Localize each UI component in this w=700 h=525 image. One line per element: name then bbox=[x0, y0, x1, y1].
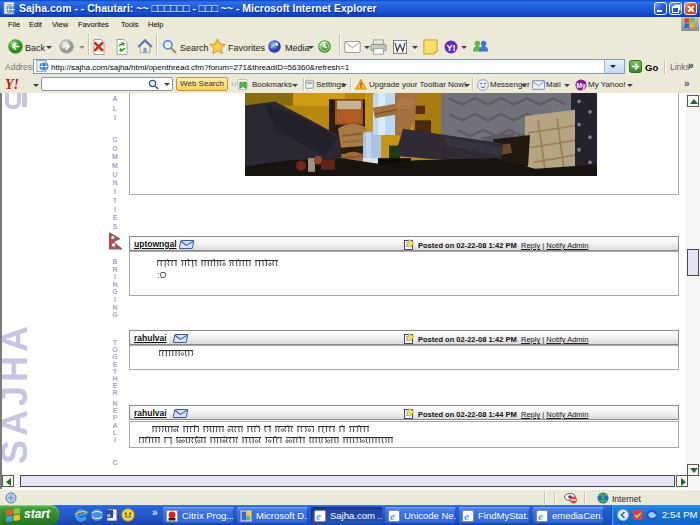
svg-text:e: e bbox=[390, 510, 395, 522]
svg-text:e: e bbox=[464, 510, 469, 522]
svg-text:e: e bbox=[316, 510, 321, 522]
svg-text:Y!: Y! bbox=[5, 78, 19, 91]
svg-text:Y!: Y! bbox=[447, 43, 456, 53]
svg-text:My: My bbox=[577, 82, 586, 90]
svg-text:e: e bbox=[538, 510, 543, 522]
